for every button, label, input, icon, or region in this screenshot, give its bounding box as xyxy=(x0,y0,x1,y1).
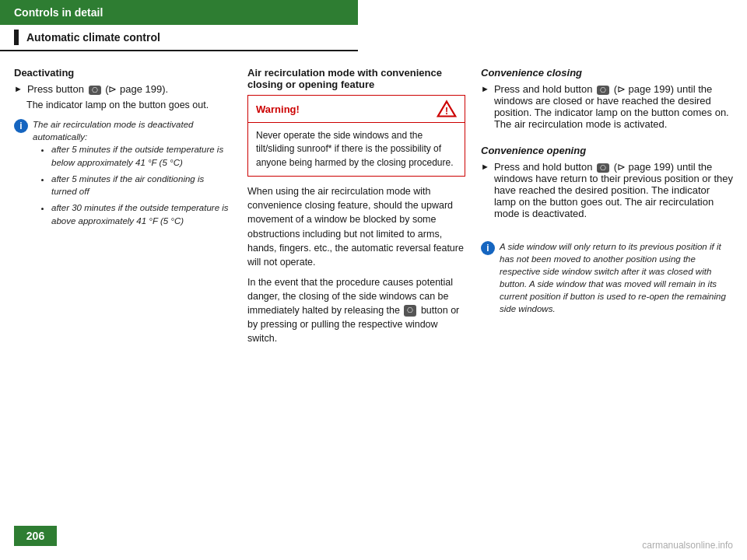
bullet-list: after 5 minutes if the outside temperatu… xyxy=(40,143,232,227)
warning-header: Warning! ! xyxy=(248,96,465,123)
closing-bullet: ► Press and hold button ⎔ (⊳ page 199) u… xyxy=(481,83,733,130)
info-box-right: i A side window will only return to its … xyxy=(481,240,733,316)
bullet-item-2: after 5 minutes if the air conditioning … xyxy=(51,173,232,198)
bullet-item-3: after 30 minutes if the outside temperat… xyxy=(51,201,232,227)
warning-label: Warning! xyxy=(256,103,300,115)
subheader-bar xyxy=(14,30,19,45)
info-icon-right: i xyxy=(481,241,495,255)
arrow-icon-r2: ► xyxy=(481,162,489,171)
closing-text: Press and hold button ⎔ (⊳ page 199) unt… xyxy=(494,83,733,130)
button-icon-r1: ⎔ xyxy=(597,86,609,95)
deactivating-title: Deactivating xyxy=(14,67,232,79)
button-icon-r2: ⎔ xyxy=(597,163,609,173)
info-text-right: A side window will only return to its pr… xyxy=(500,240,733,316)
mid-column: Air recirculation mode with convenience … xyxy=(247,67,465,352)
press-button-text: Press button ⎔ (⊳ page 199). xyxy=(27,83,168,95)
warning-triangle-icon: ! xyxy=(437,100,457,118)
subheader-title: Automatic climate control xyxy=(26,31,160,44)
info-icon-left: i xyxy=(14,119,28,133)
convenience-closing-title: Convenience closing xyxy=(481,67,733,79)
info-text-left: The air recirculation mode is deactivate… xyxy=(33,118,232,232)
mid-section-title: Air recirculation mode with convenience … xyxy=(247,67,465,90)
warning-box: Warning! ! Never operate the side window… xyxy=(247,95,465,177)
deactivating-bullet: ► Press button ⎔ (⊳ page 199). xyxy=(14,83,232,95)
warning-body: Never operate the side windows and the t… xyxy=(248,123,465,176)
arrow-icon: ► xyxy=(14,84,23,93)
mid-para-2: In the event that the procedure causes p… xyxy=(247,275,465,346)
page-number: 206 xyxy=(14,526,57,546)
mid-para-1: When using the air recirculation mode wi… xyxy=(247,184,465,269)
button-icon: ⎔ xyxy=(89,86,101,95)
arrow-icon-r1: ► xyxy=(481,84,489,93)
header-green-bar: Controls in detail xyxy=(0,0,358,25)
left-column: Deactivating ► Press button ⎔ (⊳ page 19… xyxy=(14,67,232,352)
svg-text:!: ! xyxy=(445,106,448,117)
header-title: Controls in detail xyxy=(14,6,103,19)
subheader: Automatic climate control xyxy=(0,25,358,51)
watermark: carmanualsonline.info xyxy=(642,540,733,551)
opening-text: Press and hold button ⎔ (⊳ page 199) unt… xyxy=(494,161,733,219)
button-icon-mid: ⎔ xyxy=(404,305,416,317)
opening-bullet: ► Press and hold button ⎔ (⊳ page 199) u… xyxy=(481,161,733,219)
right-column: Convenience closing ► Press and hold but… xyxy=(481,67,733,352)
info-box-left: i The air recirculation mode is deactiva… xyxy=(14,118,232,232)
convenience-opening-title: Convenience opening xyxy=(481,145,733,156)
indicator-text: The indicator lamp on the button goes ou… xyxy=(26,98,232,112)
bullet-item-1: after 5 minutes if the outside temperatu… xyxy=(51,143,232,169)
